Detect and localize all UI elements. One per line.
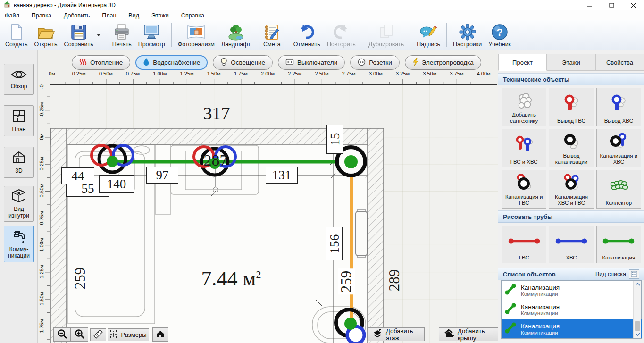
- estimate-button[interactable]: Смета: [260, 21, 284, 49]
- zoom-out-icon: [57, 329, 67, 341]
- minimize-button[interactable]: [579, 0, 601, 10]
- draw-sewer-button[interactable]: Канализация: [596, 226, 641, 263]
- scroll-up-icon[interactable]: [634, 281, 641, 288]
- save-dropdown-icon[interactable]: [97, 33, 103, 49]
- zoom-in-button[interactable]: [71, 327, 88, 342]
- collector-icon: [608, 172, 629, 200]
- tab-wiring[interactable]: Электропроводка: [405, 55, 481, 70]
- maximize-button[interactable]: [601, 0, 622, 10]
- toolbar-separator: [106, 23, 106, 47]
- menu-view[interactable]: Вид: [128, 12, 139, 19]
- home-button[interactable]: [152, 327, 168, 342]
- ruler-tool-button[interactable]: [90, 328, 106, 341]
- tab-switches[interactable]: Выключатели: [278, 55, 345, 70]
- scroll-down-icon[interactable]: [634, 331, 641, 338]
- view-list-label: Вид списка: [595, 271, 626, 277]
- dim-label-289: 289: [386, 269, 403, 292]
- tab-lighting[interactable]: Освещение: [213, 55, 273, 70]
- photorealism-icon: [186, 23, 206, 41]
- zoom-in-icon: [75, 329, 85, 341]
- sewer-line-icon: [504, 302, 517, 317]
- menu-floors[interactable]: Этажи: [151, 12, 169, 19]
- sewer-hvs-gvs-button[interactable]: Канализация ХВС и ГВС: [549, 170, 594, 209]
- add-floor-button[interactable]: Добавить этаж: [367, 327, 425, 341]
- sewer-gvs-button[interactable]: Канализация и ГВС: [502, 170, 546, 209]
- sewer-hvs-button[interactable]: Канализация и ХВС: [596, 129, 641, 167]
- label-button[interactable]: Надпись: [413, 21, 443, 49]
- add-plumbing-button[interactable]: Добавить сантехнику: [502, 88, 546, 126]
- tab-water-supply[interactable]: Водоснабжение: [135, 55, 208, 70]
- floor-plan[interactable]: 317 55 140 44 97 131 287 15 156 259 259 …: [50, 85, 498, 343]
- dim-label-131: 131: [266, 167, 298, 184]
- wall-left: [51, 128, 67, 343]
- menu-plan[interactable]: План: [102, 12, 116, 19]
- menu-file[interactable]: Файл: [5, 12, 19, 19]
- switch-icon: [285, 59, 294, 67]
- tab-heating[interactable]: Отопление: [72, 55, 130, 70]
- undo-button[interactable]: Отменить: [290, 21, 324, 49]
- add-roof-button[interactable]: Добавить крышу: [439, 327, 498, 341]
- home-icon: [156, 330, 165, 339]
- draw-hvs-button[interactable]: ХВС: [549, 226, 594, 263]
- open-folder-icon: [36, 23, 55, 41]
- monitor-icon: [142, 23, 160, 41]
- tab-floors[interactable]: Этажи: [547, 54, 595, 70]
- menu-edit[interactable]: Правка: [32, 12, 51, 19]
- list-scrollbar[interactable]: [633, 281, 641, 338]
- menu-help[interactable]: Справка: [181, 12, 204, 19]
- sidebar-item-communications[interactable]: Комму- никации: [4, 226, 34, 262]
- sizes-button[interactable]: Размеры: [108, 328, 149, 341]
- menu-add[interactable]: Добавить: [64, 12, 90, 19]
- draw-pipes-grid: ГВС ХВС Канализация: [502, 226, 641, 263]
- lightning-icon: [412, 58, 418, 67]
- tutorial-button[interactable]: ? Учебник: [485, 21, 514, 49]
- gvs-hvs-button[interactable]: ГВС и ХВС: [502, 129, 546, 167]
- dim-label-259-pipe: 259: [338, 269, 355, 295]
- gvs-hvs-icon: [515, 131, 534, 159]
- floor-plan-icon: [12, 109, 26, 125]
- sidebar-item-plan[interactable]: План: [4, 105, 34, 136]
- preview-button[interactable]: Просмотр: [135, 21, 168, 49]
- tab-sockets[interactable]: Розетки: [350, 55, 400, 70]
- photorealism-button[interactable]: Фотореализм: [175, 21, 218, 49]
- print-button[interactable]: Печать: [109, 21, 135, 49]
- new-file-icon: [8, 23, 25, 41]
- toolbar-separator: [446, 23, 447, 47]
- view-list-button[interactable]: [629, 269, 639, 279]
- tab-project[interactable]: Проект: [498, 54, 547, 71]
- settings-button[interactable]: Настройки: [450, 21, 485, 49]
- new-button[interactable]: Создать: [2, 21, 31, 49]
- list-item-sewer-3-selected[interactable]: КанализацияКоммуникации: [502, 319, 642, 338]
- collector-button[interactable]: Коллектор: [596, 170, 641, 209]
- dim-label-259-tub: 259: [72, 266, 89, 292]
- scrollbar-thumb[interactable]: [635, 321, 640, 331]
- sidebar-item-interior-view[interactable]: Вид изнутри: [4, 186, 34, 222]
- close-button[interactable]: [622, 0, 644, 10]
- landscape-button[interactable]: Ландшафт: [218, 21, 254, 49]
- tab-properties[interactable]: Свойства: [595, 54, 644, 70]
- right-panel-tabs: Проект Этажи Свойства: [498, 54, 644, 71]
- duplicate-button[interactable]: Дублировать: [365, 21, 407, 49]
- open-button[interactable]: Открыть: [31, 21, 61, 49]
- toolbar-separator: [362, 23, 362, 47]
- sidebar-item-3d[interactable]: 3D: [4, 147, 34, 178]
- sewer-outlet-button[interactable]: Вывод канализации: [549, 129, 594, 167]
- landscape-icon: [227, 23, 245, 41]
- zoom-out-button[interactable]: [53, 327, 71, 342]
- hvs-outlet-button[interactable]: Вывод ХВС: [596, 88, 641, 126]
- wall-right: [368, 128, 384, 343]
- section-tech-objects: Технические объекты: [498, 73, 644, 85]
- sidebar-item-overview[interactable]: Обзор: [4, 64, 34, 95]
- add-roof-icon: [444, 329, 454, 340]
- list-item-sewer-2[interactable]: КанализацияКоммуникации: [502, 300, 634, 319]
- redo-button[interactable]: Повторить: [324, 21, 359, 49]
- list-item-sewer-1[interactable]: КанализацияКоммуникации: [502, 281, 634, 300]
- save-button[interactable]: Сохранить: [61, 22, 97, 49]
- gvs-outlet-button[interactable]: Вывод ГВС: [549, 88, 594, 126]
- hvs-outlet-icon: [609, 90, 628, 118]
- eye-icon: [11, 69, 27, 82]
- draw-gvs-button[interactable]: ГВС: [502, 226, 546, 263]
- sewer-outlet-icon: [562, 131, 581, 153]
- save-icon: [70, 23, 87, 41]
- sewer-gvs-icon: [515, 172, 534, 194]
